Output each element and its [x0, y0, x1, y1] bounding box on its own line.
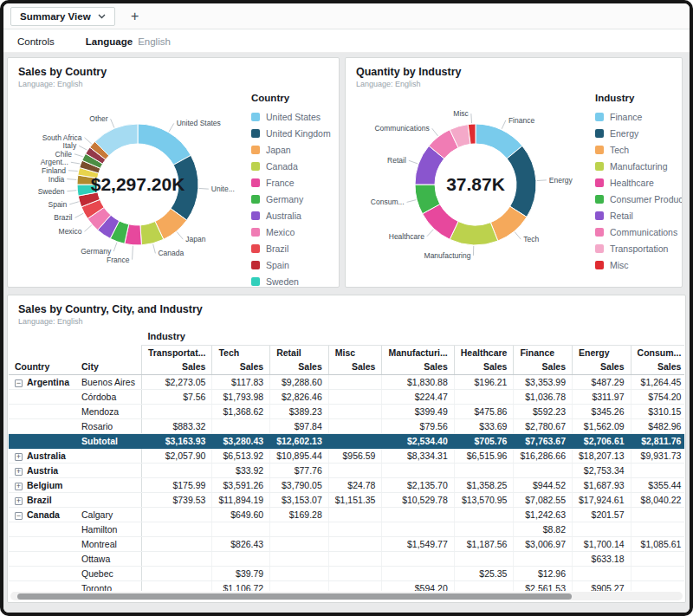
pivot-country-cell[interactable]: +Austria	[9, 463, 75, 477]
pivot-value-cell[interactable]: $1,368.62	[212, 404, 270, 418]
pivot-value-cell[interactable]: $633.18	[573, 551, 631, 566]
pivot-value-cell[interactable]	[631, 522, 684, 536]
pivot-value-cell[interactable]: $649.60	[212, 507, 270, 522]
pivot-column-header-finance[interactable]: Finance	[514, 345, 573, 360]
pivot-row-header-country[interactable]: Country	[9, 360, 75, 374]
pivot-value-cell[interactable]	[270, 551, 329, 566]
pivot-city-cell[interactable]: Ottawa	[75, 551, 141, 566]
pivot-value-cell[interactable]: $117.83	[212, 374, 270, 389]
pivot-value-cell[interactable]	[631, 463, 684, 477]
pivot-value-cell[interactable]	[631, 507, 684, 522]
pivot-column-header-retail[interactable]: Retail	[270, 345, 329, 360]
pivot-column-header-consum[interactable]: Consum...	[631, 345, 684, 360]
pivot-measure-header[interactable]: Sales	[141, 360, 212, 374]
pivot-measure-header[interactable]: Sales	[514, 360, 573, 374]
pivot-value-cell[interactable]	[141, 566, 212, 580]
expand-icon[interactable]: +	[15, 453, 23, 461]
pivot-value-cell[interactable]: $10,895.44	[270, 448, 329, 463]
pivot-value-cell[interactable]: $2,753.34	[573, 463, 631, 477]
pivot-value-cell[interactable]: $9,931.73	[631, 448, 684, 463]
pivot-value-cell[interactable]: $1,700.14	[573, 536, 631, 551]
pivot-value-cell[interactable]: $10,529.78	[382, 492, 454, 507]
pivot-value-cell[interactable]	[328, 389, 382, 404]
pivot-value-cell[interactable]: $739.53	[141, 492, 212, 507]
pivot-value-cell[interactable]: $2,135.70	[382, 477, 454, 492]
pivot-value-cell[interactable]: $310.15	[631, 404, 684, 418]
pivot-value-cell[interactable]: $201.57	[573, 507, 631, 522]
pivot-value-cell[interactable]: $883.32	[141, 418, 212, 433]
pivot-value-cell[interactable]: $3,353.99	[514, 374, 573, 389]
pivot-value-cell[interactable]	[141, 551, 212, 566]
pivot-value-cell[interactable]: $2,826.46	[270, 389, 329, 404]
pivot-value-cell[interactable]	[631, 580, 684, 591]
pivot-value-cell[interactable]	[328, 507, 382, 522]
pivot-value-cell[interactable]	[382, 507, 454, 522]
pivot-country-cell[interactable]: +Brazil	[9, 492, 75, 507]
pivot-column-header-manufacturi[interactable]: Manufacturi...	[382, 345, 454, 360]
pivot-value-cell[interactable]	[328, 551, 382, 566]
pivot-column-header-healthcare[interactable]: Healthcare	[454, 345, 514, 360]
pivot-value-cell[interactable]: $11,894.19	[212, 492, 270, 507]
legend-item-mexico[interactable]: Mexico	[251, 227, 340, 237]
pivot-value-cell[interactable]	[270, 536, 329, 551]
pivot-value-cell[interactable]: $2,706.61	[573, 433, 631, 448]
horizontal-scrollbar-track[interactable]	[10, 592, 683, 600]
pivot-column-header-misc[interactable]: Misc	[328, 345, 382, 360]
pivot-value-cell[interactable]: $79.56	[382, 418, 454, 433]
pivot-value-cell[interactable]: $1,242.63	[514, 507, 573, 522]
pivot-value-cell[interactable]: $16,286.66	[514, 448, 573, 463]
pivot-value-cell[interactable]: $7,082.55	[514, 492, 573, 507]
pivot-value-cell[interactable]	[212, 522, 270, 536]
pivot-value-cell[interactable]	[141, 507, 212, 522]
pivot-value-cell[interactable]	[454, 580, 514, 591]
pivot-value-cell[interactable]: $487.29	[573, 374, 631, 389]
pivot-value-cell[interactable]: $9,288.60	[270, 374, 329, 389]
pivot-city-cell[interactable]: Toronto	[75, 580, 141, 591]
pivot-value-cell[interactable]: $345.26	[573, 404, 631, 418]
pivot-value-cell[interactable]	[328, 433, 382, 448]
pivot-value-cell[interactable]: $97.84	[270, 418, 329, 433]
pivot-value-cell[interactable]: $3,591.26	[212, 477, 270, 492]
pivot-value-cell[interactable]: $1,036.78	[514, 389, 573, 404]
expand-icon[interactable]: +	[15, 483, 23, 490]
pivot-value-cell[interactable]: $8.82	[514, 522, 573, 536]
pivot-value-cell[interactable]: $6,515.96	[454, 448, 514, 463]
pivot-value-cell[interactable]: $399.49	[382, 404, 454, 418]
expand-icon[interactable]: +	[15, 468, 23, 476]
pivot-value-cell[interactable]: $3,153.07	[270, 492, 329, 507]
pivot-value-cell[interactable]: $33.92	[212, 463, 270, 477]
pivot-value-cell[interactable]	[454, 463, 514, 477]
pivot-value-cell[interactable]	[573, 566, 631, 580]
pivot-value-cell[interactable]: $2,780.67	[514, 418, 573, 433]
pivot-value-cell[interactable]: $12,602.13	[270, 433, 329, 448]
pivot-value-cell[interactable]	[328, 374, 382, 389]
pivot-value-cell[interactable]	[270, 580, 329, 591]
pivot-value-cell[interactable]: $2,273.05	[141, 374, 212, 389]
pivot-value-cell[interactable]	[328, 463, 382, 477]
pivot-city-cell[interactable]: Calgary	[75, 507, 141, 522]
pivot-value-cell[interactable]	[514, 463, 573, 477]
pivot-value-cell[interactable]: $1,358.25	[454, 477, 514, 492]
pivot-value-cell[interactable]: $1,793.98	[212, 389, 270, 404]
pivot-country-cell[interactable]: +Belgium	[9, 477, 75, 492]
pivot-value-cell[interactable]	[454, 389, 514, 404]
pivot-city-cell[interactable]: Buenos Aires	[75, 374, 141, 389]
pivot-value-cell[interactable]	[212, 551, 270, 566]
pivot-column-header-energy[interactable]: Energy	[573, 345, 631, 360]
pivot-country-cell[interactable]: −Argentina	[9, 374, 75, 389]
pivot-measure-header[interactable]: Sales	[270, 360, 329, 374]
pivot-value-cell[interactable]: $3,280.43	[212, 433, 270, 448]
pivot-value-cell[interactable]: $1,106.72	[212, 580, 270, 591]
pivot-value-cell[interactable]	[514, 551, 573, 566]
donut-slice-united-states[interactable]	[138, 124, 191, 165]
pivot-value-cell[interactable]	[631, 551, 684, 566]
pivot-measure-header[interactable]: Sales	[328, 360, 382, 374]
donut-slice-energy[interactable]	[507, 146, 536, 217]
tab-summary-view[interactable]: Summary View	[10, 7, 115, 26]
pivot-value-cell[interactable]	[328, 536, 382, 551]
pivot-value-cell[interactable]: $33.69	[454, 418, 514, 433]
pivot-value-cell[interactable]: $8,040.22	[631, 492, 684, 507]
pivot-value-cell[interactable]: $1,562.09	[573, 418, 631, 433]
pivot-row-header-city[interactable]: City	[75, 360, 141, 374]
collapse-icon[interactable]: −	[15, 379, 23, 387]
